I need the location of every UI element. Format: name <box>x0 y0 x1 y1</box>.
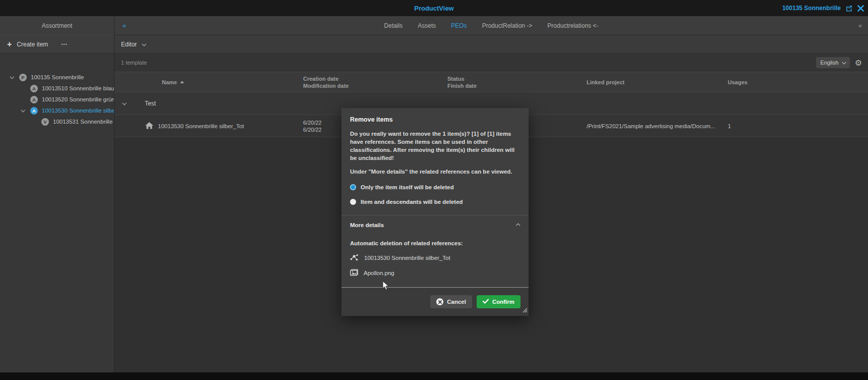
reference-item: 10013530 Sonnenbrille silber_Tot <box>350 250 520 265</box>
relation-icon <box>350 254 359 262</box>
column-header-dates[interactable]: Creation date Modification date <box>303 75 447 89</box>
template-count-label: 1 template <box>121 60 147 66</box>
image-icon <box>350 269 358 277</box>
dialog-footer: Cancel Confirm <box>341 288 529 316</box>
chevron-down-icon[interactable] <box>19 109 26 112</box>
chevron-down-icon[interactable] <box>140 43 147 46</box>
reference-item: Apollon.png <box>350 265 520 281</box>
gear-icon[interactable]: ⚙ <box>855 58 862 68</box>
editor-toolbar: Editor <box>114 35 868 53</box>
column-header-usages[interactable]: Usages <box>728 79 868 85</box>
more-options-button[interactable]: ••• <box>61 42 67 47</box>
column-header-linked-project[interactable]: Linked project <box>587 79 728 85</box>
collapse-panel-left-icon[interactable]: « <box>123 22 126 29</box>
tabstrip: « Details Assets PEOs ProductRelation ->… <box>114 16 868 35</box>
bottom-bar <box>0 372 868 380</box>
radio-selected-icon[interactable] <box>350 184 356 190</box>
tree-item-10013531[interactable]: V 10013531 Sonnenbrille silb <box>0 116 114 127</box>
references-heading: Automatic deletion of related references… <box>350 240 520 246</box>
row-usages: 1 <box>728 123 868 129</box>
tree-item-label: 10013510 Sonnenbrille blau <box>42 85 114 91</box>
app-title: ProductView <box>0 0 868 16</box>
more-details-toggle[interactable]: More details <box>341 215 529 234</box>
tree-item-label: 10013520 Sonnenbrille grün <box>42 96 114 102</box>
remove-items-dialog: Remove items Do you really want to remov… <box>341 108 529 316</box>
reference-label: 10013530 Sonnenbrille silber_Tot <box>364 255 450 261</box>
close-icon[interactable] <box>857 5 864 12</box>
cancel-button[interactable]: Cancel <box>430 295 472 308</box>
product-badge: P <box>19 74 27 81</box>
assortment-tree: P 100135 Sonnenbrille A 10013510 Sonnenb… <box>0 53 114 127</box>
chevron-down-icon[interactable] <box>8 76 15 79</box>
row-name: 10013530 Sonnenbrille silber_Tot <box>158 123 244 129</box>
topbar: ProductView 100135 Sonnenbrille <box>0 0 868 16</box>
resize-handle[interactable] <box>522 306 528 315</box>
column-header-name[interactable]: Name <box>114 79 303 85</box>
open-external-icon[interactable] <box>845 5 853 12</box>
tree-item-label: 10013531 Sonnenbrille silb <box>53 119 114 125</box>
language-dropdown[interactable]: English <box>816 57 850 68</box>
radio-label: Only the item itself will be deleted <box>361 184 454 190</box>
sort-ascending-icon <box>180 81 184 83</box>
reference-label: Apollon.png <box>364 270 394 276</box>
tree-item-10013530-selected[interactable]: A 10013530 Sonnenbrille silber <box>0 105 114 116</box>
create-item-button[interactable]: Create item <box>17 41 48 48</box>
confirm-button[interactable]: Confirm <box>477 295 520 308</box>
chevron-up-icon <box>516 223 520 227</box>
radio-unselected-icon[interactable] <box>350 199 356 205</box>
sidebar-title: Assortment <box>0 16 114 35</box>
table-header: Name Creation date Modification date Sta… <box>114 72 868 92</box>
article-badge: A <box>30 96 38 103</box>
language-label: English <box>821 60 839 66</box>
plus-icon: + <box>7 40 12 48</box>
chevron-down-icon[interactable] <box>121 102 128 105</box>
radio-label: Item and descendants will be deleted <box>361 199 463 205</box>
tab-productrelations-in[interactable]: Productrelations <- <box>547 22 598 29</box>
chevron-down-icon <box>842 60 846 64</box>
editor-dropdown[interactable]: Editor <box>121 41 137 48</box>
group-label: Test <box>145 100 156 107</box>
tab-details[interactable]: Details <box>384 22 403 29</box>
tree-item-100135[interactable]: P 100135 Sonnenbrille <box>0 72 114 83</box>
product-view-app: ProductView 100135 Sonnenbrille Assortme… <box>0 0 868 380</box>
tab-productrelation-out[interactable]: ProductRelation -> <box>482 22 533 29</box>
cancel-circle-x-icon <box>436 298 443 305</box>
tab-assets[interactable]: Assets <box>418 22 436 29</box>
radio-option-item-and-descendants[interactable]: Item and descendants will be deleted <box>350 194 520 209</box>
tree-item-10013520[interactable]: A 10013520 Sonnenbrille grün <box>0 94 114 105</box>
template-subbar: 1 template English ⚙ <box>114 53 868 72</box>
dialog-hint: Under "More details" the related referen… <box>350 169 520 175</box>
tree-item-10013510[interactable]: A 10013510 Sonnenbrille blau <box>0 83 114 94</box>
collapse-panel-right-icon[interactable]: « <box>858 22 862 29</box>
assortment-sidebar: Assortment + Create item ••• P 100135 So… <box>0 16 114 372</box>
tab-peos[interactable]: PEOs <box>451 22 467 29</box>
home-icon <box>145 122 153 130</box>
column-header-status[interactable]: Status Finish date <box>447 75 587 89</box>
tree-item-label: 100135 Sonnenbrille <box>31 74 84 80</box>
variant-badge: V <box>41 118 49 126</box>
sidebar-toolbar: + Create item ••• <box>0 35 114 53</box>
row-linked-project: /Print/FS2021/Sample advertising media/D… <box>587 123 728 129</box>
tree-item-label: 10013530 Sonnenbrille silber <box>42 107 114 114</box>
context-item-label: 100135 Sonnenbrille <box>782 5 841 12</box>
more-details-label: More details <box>350 222 384 228</box>
article-badge: A <box>30 107 38 115</box>
radio-option-item-only[interactable]: Only the item itself will be deleted <box>350 180 520 194</box>
article-badge: A <box>30 85 38 92</box>
dialog-title: Remove items <box>350 116 520 123</box>
check-icon <box>483 299 489 305</box>
dialog-message: Do you really want to remove the 1 item(… <box>350 130 520 162</box>
